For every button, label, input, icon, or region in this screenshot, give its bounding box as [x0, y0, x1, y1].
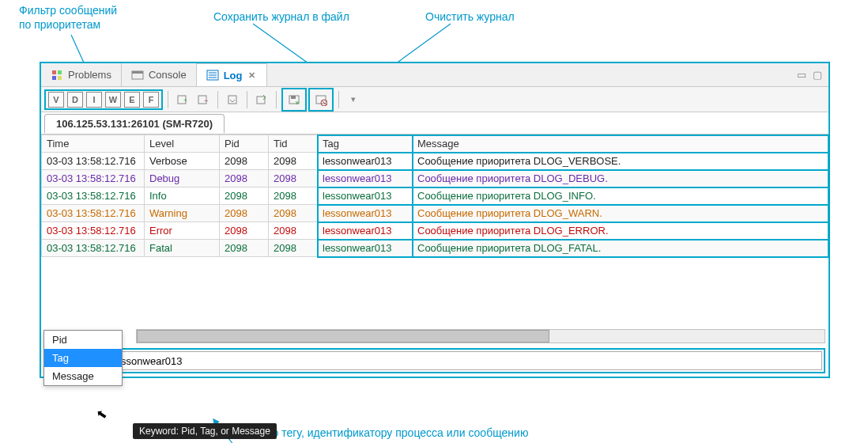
cell-tag: lessonwear013	[318, 170, 413, 187]
svg-rect-7	[58, 70, 62, 74]
cell-tid: 2098	[269, 187, 318, 205]
save-log-button[interactable]	[285, 90, 304, 109]
cell-tid: 2098	[269, 240, 318, 257]
remove-tab-button[interactable]: −	[194, 90, 213, 109]
cell-msg: Сообщение приоритета DLOG_FATAL.	[413, 240, 828, 257]
console-icon	[131, 69, 144, 81]
table-row[interactable]: 03-03 13:58:12.716Debug20982098lessonwea…	[42, 170, 828, 187]
log-view-panel: Problems Console Log ✕ ▭ ▢ V D I W E F +…	[40, 62, 830, 378]
table-row[interactable]: 03-03 13:58:12.716Error20982098lessonwea…	[42, 222, 828, 240]
device-tab-bar: 106.125.53.131:26101 (SM-R720)	[41, 112, 828, 134]
problems-icon	[51, 69, 63, 81]
cell-pid: 2098	[220, 153, 269, 170]
tab-problems-label: Problems	[68, 69, 111, 81]
filter-info-button[interactable]: I	[86, 92, 102, 108]
cell-time: 03-03 13:58:12.716	[42, 170, 145, 187]
cell-msg: Сообщение приоритета DLOG_INFO.	[413, 187, 828, 205]
cell-tag: lessonwear013	[318, 153, 413, 170]
cell-tid: 2098	[269, 153, 318, 170]
cell-msg: Сообщение приоритета DLOG_WARN.	[413, 205, 828, 222]
cell-tid: 2098	[269, 170, 318, 187]
close-icon[interactable]: ✕	[247, 70, 257, 81]
maximize-icon[interactable]: ▢	[813, 69, 822, 81]
cell-time: 03-03 13:58:12.716	[42, 153, 145, 170]
col-time[interactable]: Time	[42, 135, 145, 153]
svg-text:+: +	[183, 97, 187, 104]
cell-tag: lessonwear013	[318, 222, 413, 240]
cell-level: Fatal	[145, 240, 220, 257]
tab-problems[interactable]: Problems	[41, 63, 122, 86]
scroll-lock-button[interactable]	[223, 90, 242, 109]
view-menu-button[interactable]: ▾	[344, 90, 363, 109]
priority-filter-group: V D I W E F	[44, 89, 163, 110]
cell-time: 03-03 13:58:12.716	[42, 240, 145, 257]
cell-time: 03-03 13:58:12.716	[42, 205, 145, 222]
svg-rect-9	[58, 76, 62, 80]
tab-console[interactable]: Console	[122, 63, 197, 86]
svg-text:−: −	[204, 97, 208, 104]
cell-pid: 2098	[220, 222, 269, 240]
cell-time: 03-03 13:58:12.716	[42, 187, 145, 205]
cell-pid: 2098	[220, 170, 269, 187]
tab-log[interactable]: Log ✕	[197, 63, 268, 86]
clear-log-button-box	[308, 88, 334, 112]
save-log-button-box	[281, 88, 307, 112]
cell-msg: Сообщение приоритета DLOG_VERBOSE.	[413, 153, 828, 170]
table-row[interactable]: 03-03 13:58:12.716Info20982098lessonwear…	[42, 187, 828, 205]
filter-fatal-button[interactable]: F	[143, 92, 159, 108]
cell-pid: 2098	[220, 205, 269, 222]
col-tag[interactable]: Tag	[318, 135, 413, 153]
svg-rect-11	[132, 71, 143, 74]
cell-tag: lessonwear013	[318, 240, 413, 257]
cell-pid: 2098	[220, 240, 269, 257]
cell-tag: lessonwear013	[318, 205, 413, 222]
col-message[interactable]: Message	[413, 135, 828, 153]
table-row[interactable]: 03-03 13:58:12.716Warning20982098lessonw…	[42, 205, 828, 222]
col-tid[interactable]: Tid	[269, 135, 318, 153]
col-pid[interactable]: Pid	[220, 135, 269, 153]
cell-tid: 2098	[269, 222, 318, 240]
filter-error-button[interactable]: E	[124, 92, 140, 108]
view-tab-bar: Problems Console Log ✕ ▭ ▢	[41, 63, 828, 87]
cell-level: Debug	[145, 170, 220, 187]
cell-msg: Сообщение приоритета DLOG_ERROR.	[413, 222, 828, 240]
col-level[interactable]: Level	[145, 135, 220, 153]
export-button[interactable]	[252, 90, 271, 109]
dropdown-item-message[interactable]: Message	[44, 367, 122, 385]
cell-level: Verbose	[145, 153, 220, 170]
log-table-area: Time Level Pid Tid Tag Message 03-03 13:…	[41, 134, 828, 315]
log-toolbar: V D I W E F + − ▾	[41, 87, 828, 112]
device-tab[interactable]: 106.125.53.131:26101 (SM-R720)	[44, 114, 225, 134]
svg-rect-23	[291, 96, 296, 99]
filter-field-dropdown: Pid Tag Message	[43, 330, 123, 386]
cell-level: Warning	[145, 205, 220, 222]
cell-tid: 2098	[269, 205, 318, 222]
minimize-icon[interactable]: ▭	[797, 69, 806, 81]
tab-console-label: Console	[149, 69, 187, 81]
cell-level: Info	[145, 187, 220, 205]
filter-warning-button[interactable]: W	[105, 92, 121, 108]
log-icon	[206, 69, 219, 81]
svg-rect-6	[52, 70, 56, 74]
dropdown-item-pid[interactable]: Pid	[44, 331, 122, 349]
filter-debug-button[interactable]: D	[67, 92, 83, 108]
filter-verbose-button[interactable]: V	[48, 92, 64, 108]
horizontal-scrollbar[interactable]	[136, 329, 825, 343]
cell-msg: Сообщение приоритета DLOG_DEBUG.	[413, 170, 828, 187]
cell-time: 03-03 13:58:12.716	[42, 222, 145, 240]
filter-tooltip: Keyword: Pid, Tag, or Message	[133, 423, 277, 439]
tab-log-label: Log	[224, 70, 243, 81]
svg-rect-21	[257, 97, 265, 104]
cell-level: Error	[145, 222, 220, 240]
log-table-header-row: Time Level Pid Tid Tag Message	[42, 135, 828, 153]
filter-keyword-input[interactable]	[108, 351, 822, 370]
filter-bar: Tag ▾	[44, 348, 825, 373]
table-row[interactable]: 03-03 13:58:12.716Fatal20982098lessonwea…	[42, 240, 828, 257]
dropdown-item-tag[interactable]: Tag	[44, 349, 122, 367]
cell-tag: lessonwear013	[318, 187, 413, 205]
table-row[interactable]: 03-03 13:58:12.716Verbose20982098lessonw…	[42, 153, 828, 170]
log-table: Time Level Pid Tid Tag Message 03-03 13:…	[41, 134, 828, 257]
clear-log-button[interactable]	[311, 90, 330, 109]
add-tab-button[interactable]: +	[173, 90, 192, 109]
cell-pid: 2098	[220, 187, 269, 205]
